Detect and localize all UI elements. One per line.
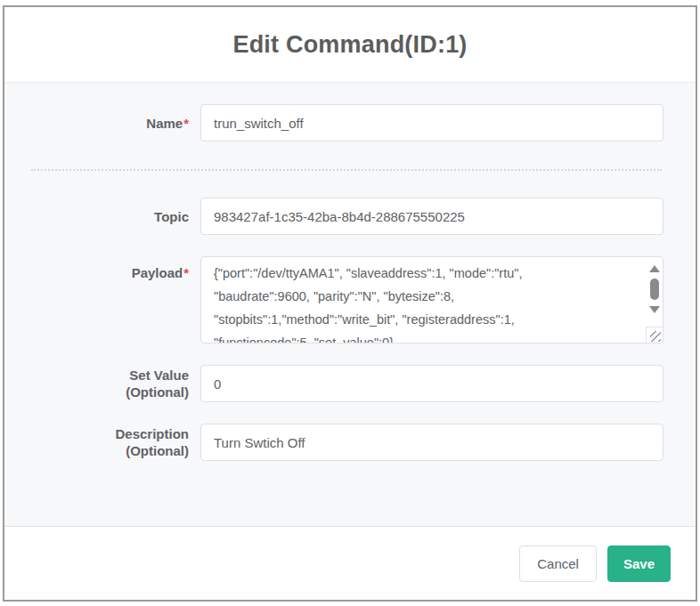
topic-input[interactable]: [200, 198, 663, 235]
set-value-label-text: Set Value: [129, 368, 189, 383]
name-label-text: Name: [146, 116, 183, 131]
payload-textarea[interactable]: {"port":"/dev/ttyAMA1", "slaveaddress":1…: [200, 256, 663, 343]
payload-label: Payload*: [29, 256, 200, 281]
dialog-body: Name* Topic Payload*: [4, 83, 696, 526]
page: Edit Command(ID:1) Name* Topic: [0, 0, 700, 606]
set-value-label: Set Value (Optional): [29, 367, 200, 400]
scroll-up-icon[interactable]: [649, 265, 660, 272]
field-row-description: Description (Optional): [29, 424, 663, 461]
section-divider: [31, 169, 662, 171]
cancel-button[interactable]: Cancel: [519, 545, 597, 582]
dialog-header: Edit Command(ID:1): [4, 7, 696, 83]
payload-text: {"port":"/dev/ttyAMA1", "slaveaddress":1…: [201, 257, 641, 343]
topic-label-text: Topic: [154, 209, 189, 224]
topic-label: Topic: [29, 208, 200, 225]
resize-grip-icon[interactable]: [646, 327, 663, 343]
description-input[interactable]: [200, 424, 663, 461]
description-label: Description (Optional): [29, 425, 200, 459]
description-input-wrap: [200, 424, 663, 461]
save-button[interactable]: Save: [607, 545, 671, 582]
required-asterisk: *: [183, 116, 189, 131]
name-input-wrap: [200, 104, 663, 141]
field-row-topic: Topic: [29, 198, 663, 235]
scroll-thumb[interactable]: [650, 279, 659, 300]
set-value-optional-text: (Optional): [126, 384, 189, 400]
field-row-set-value: Set Value (Optional): [29, 365, 663, 402]
payload-input-wrap: {"port":"/dev/ttyAMA1", "slaveaddress":1…: [200, 256, 663, 343]
payload-label-text: Payload: [132, 265, 183, 280]
name-label: Name*: [29, 115, 200, 132]
set-value-input-wrap: [200, 365, 663, 402]
description-label-text: Description: [115, 426, 189, 441]
edit-command-dialog: Edit Command(ID:1) Name* Topic: [3, 5, 697, 602]
field-row-name: Name*: [29, 104, 663, 141]
name-input[interactable]: [200, 104, 663, 141]
dialog-title: Edit Command(ID:1): [232, 31, 467, 59]
topic-input-wrap: [200, 198, 663, 235]
required-asterisk: *: [183, 265, 189, 280]
description-optional-text: (Optional): [126, 443, 189, 458]
dialog-footer: Cancel Save: [4, 526, 696, 600]
payload-scrollbar[interactable]: [646, 257, 663, 327]
set-value-input[interactable]: [200, 365, 663, 402]
scroll-down-icon[interactable]: [649, 306, 660, 313]
field-row-payload: Payload* {"port":"/dev/ttyAMA1", "slavea…: [29, 256, 663, 343]
